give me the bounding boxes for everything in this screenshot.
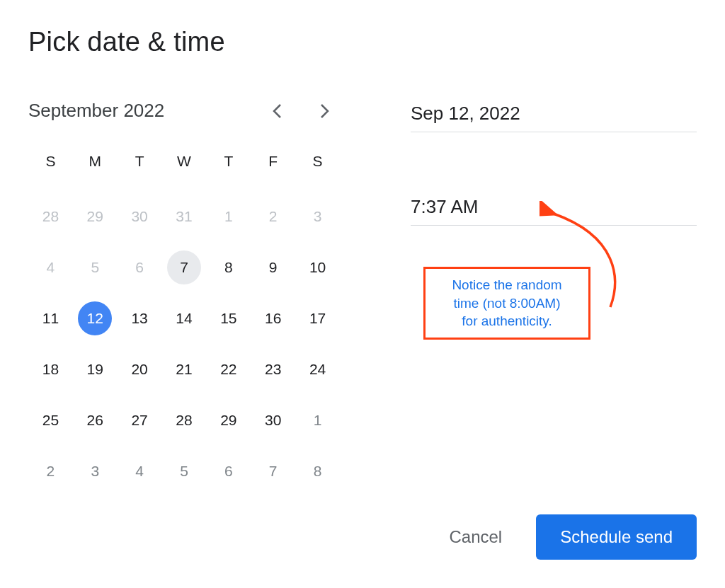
calendar-day[interactable]: 11 — [28, 301, 73, 335]
calendar-day[interactable]: 25 — [28, 403, 73, 437]
calendar-day[interactable]: 3 — [295, 200, 340, 234]
chevron-left-icon — [271, 103, 284, 120]
schedule-send-button[interactable]: Schedule send — [536, 514, 697, 560]
prev-month-button[interactable] — [269, 103, 286, 120]
calendar-day[interactable]: 13 — [118, 301, 162, 335]
calendar-day[interactable]: 7 — [162, 250, 207, 284]
calendar-day[interactable]: 30 — [251, 403, 295, 437]
calendar-day[interactable]: 6 — [118, 250, 162, 284]
annotation-line: Notice the random — [431, 276, 583, 294]
calendar-day[interactable]: 21 — [162, 352, 207, 386]
calendar-grid: SMTWTFS282930311234567891011121314151617… — [28, 153, 340, 488]
calendar-header: September 2022 — [28, 100, 340, 122]
cancel-button[interactable]: Cancel — [443, 519, 508, 555]
month-nav — [269, 103, 340, 120]
day-of-week-header: F — [251, 153, 295, 183]
calendar-day[interactable]: 12 — [73, 301, 118, 335]
day-of-week-header: M — [73, 153, 118, 183]
calendar-day[interactable]: 17 — [295, 301, 340, 335]
calendar-day[interactable]: 18 — [28, 352, 73, 386]
calendar-day[interactable]: 1 — [295, 403, 340, 437]
calendar-day[interactable]: 2 — [28, 454, 73, 488]
calendar-day[interactable]: 29 — [206, 403, 251, 437]
calendar-day[interactable]: 10 — [295, 250, 340, 284]
annotation-line: for authenticity. — [431, 312, 583, 330]
calendar-day[interactable]: 3 — [73, 454, 118, 488]
calendar-day[interactable]: 24 — [295, 352, 340, 386]
chevron-right-icon — [318, 103, 331, 120]
calendar-day[interactable]: 7 — [251, 454, 295, 488]
calendar-day[interactable]: 15 — [206, 301, 251, 335]
calendar-day[interactable]: 14 — [162, 301, 207, 335]
calendar-day[interactable]: 16 — [251, 301, 295, 335]
calendar-day[interactable]: 9 — [251, 250, 295, 284]
annotation-callout: Notice the random time (not 8:00AM) for … — [423, 267, 590, 340]
calendar-day[interactable]: 31 — [162, 200, 207, 234]
day-of-week-header: T — [118, 153, 162, 183]
calendar-day[interactable]: 8 — [295, 454, 340, 488]
time-input[interactable] — [411, 193, 697, 226]
calendar-day[interactable]: 4 — [28, 250, 73, 284]
calendar: September 2022 SMTWTFS282930311234567891… — [28, 100, 340, 488]
calendar-day[interactable]: 4 — [118, 454, 162, 488]
day-of-week-header: S — [295, 153, 340, 183]
day-of-week-header: T — [206, 153, 251, 183]
calendar-day[interactable]: 19 — [73, 352, 118, 386]
calendar-day[interactable]: 26 — [73, 403, 118, 437]
schedule-send-dialog: Pick date & time September 2022 SMTWTFS2… — [0, 0, 725, 517]
calendar-day[interactable]: 8 — [206, 250, 251, 284]
day-of-week-header: W — [162, 153, 207, 183]
calendar-day[interactable]: 27 — [118, 403, 162, 437]
calendar-day[interactable]: 2 — [251, 200, 295, 234]
calendar-day[interactable]: 6 — [206, 454, 251, 488]
calendar-day[interactable]: 1 — [206, 200, 251, 234]
calendar-day[interactable]: 28 — [162, 403, 207, 437]
calendar-day[interactable]: 29 — [73, 200, 118, 234]
calendar-day[interactable]: 20 — [118, 352, 162, 386]
date-input[interactable] — [411, 100, 697, 132]
calendar-day[interactable]: 23 — [251, 352, 295, 386]
calendar-day[interactable]: 22 — [206, 352, 251, 386]
dialog-footer: Cancel Schedule send — [443, 514, 697, 560]
calendar-day[interactable]: 5 — [73, 250, 118, 284]
dialog-content: September 2022 SMTWTFS282930311234567891… — [28, 100, 697, 488]
next-month-button[interactable] — [316, 103, 333, 120]
calendar-day[interactable]: 28 — [28, 200, 73, 234]
calendar-day[interactable]: 5 — [162, 454, 207, 488]
annotation-line: time (not 8:00AM) — [431, 294, 583, 313]
day-of-week-header: S — [28, 153, 73, 183]
dialog-title: Pick date & time — [28, 27, 697, 57]
month-label: September 2022 — [28, 100, 164, 122]
calendar-day[interactable]: 30 — [118, 200, 162, 234]
